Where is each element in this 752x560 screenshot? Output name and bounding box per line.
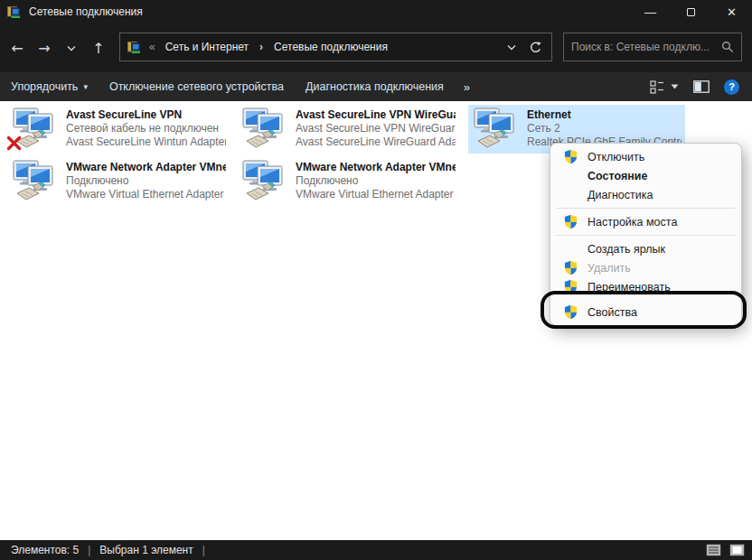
disable-device-label: Отключение сетевого устройства xyxy=(109,80,284,93)
menu-item-label: Состояние xyxy=(588,170,647,182)
connection-name: VMware Network Adapter VMnet1 xyxy=(66,161,226,174)
connection-info: VMware Network Adapter VMnet1 Подключено… xyxy=(66,160,226,203)
details-view-button[interactable] xyxy=(703,542,723,558)
network-adapter-icon xyxy=(11,107,58,150)
connection-name: Avast SecureLine VPN xyxy=(66,108,226,122)
connection-status: Avast SecureLine VPN WireGuard xyxy=(296,122,456,135)
menu-item-label: Свойства xyxy=(588,306,637,319)
close-button[interactable]: ✕ xyxy=(711,0,752,23)
context-menu-item-disable[interactable]: Отключить xyxy=(550,147,741,166)
address-bar-controls xyxy=(507,41,544,54)
view-dropdown-caret-icon xyxy=(671,84,679,89)
connection-name: VMware Network Adapter VMnet8 xyxy=(296,161,456,174)
context-menu-item-properties[interactable]: Свойства xyxy=(550,303,741,322)
connection-device: VMware Virtual Ethernet Adapter ... xyxy=(66,188,226,201)
preview-pane-icon xyxy=(693,80,710,93)
network-adapter-icon xyxy=(240,160,287,202)
connection-name: Avast SecureLine VPN WireGuard xyxy=(296,108,456,122)
status-divider: | xyxy=(202,544,205,556)
network-adapter-icon xyxy=(240,107,287,150)
help-icon: ? xyxy=(724,79,739,95)
refresh-icon[interactable] xyxy=(529,41,542,54)
minimize-button[interactable]: — xyxy=(630,0,671,23)
connection-device: Avast SecureLine Wintun Adapter xyxy=(66,135,226,149)
connection-tile-avast-wireguard[interactable]: Avast SecureLine VPN WireGuard Avast Sec… xyxy=(237,105,459,154)
title-bar: Сетевые подключения — ✕ xyxy=(0,0,752,23)
connection-status: Сетевой кабель не подключен xyxy=(66,122,226,135)
search-input[interactable] xyxy=(571,41,721,53)
menu-item-label: Переименовать xyxy=(588,281,671,294)
uac-shield-icon xyxy=(563,279,578,294)
context-menu-item-diagnose[interactable]: Диагностика xyxy=(550,185,741,204)
nav-buttons: ← → ↑ xyxy=(4,40,112,57)
context-menu-item-delete[interactable]: Удалить xyxy=(550,258,741,277)
organize-label: Упорядочить xyxy=(11,80,78,93)
connection-name: Ethernet xyxy=(527,108,682,122)
network-adapter-icon xyxy=(11,160,58,202)
disable-device-button[interactable]: Отключение сетевого устройства xyxy=(99,72,295,101)
status-divider: | xyxy=(88,544,90,556)
status-bar: Элементов: 5 | Выбран 1 элемент | xyxy=(0,540,752,560)
menu-item-label: Диагностика xyxy=(588,189,653,201)
preview-pane-button[interactable] xyxy=(693,80,710,93)
statusbar-view-buttons xyxy=(703,542,752,558)
search-icon[interactable] xyxy=(721,41,734,53)
diagnose-connection-button[interactable]: Диагностика подключения xyxy=(295,72,455,101)
chevron-down-icon xyxy=(67,45,76,51)
connection-info: Avast SecureLine VPN Сетевой кабель не п… xyxy=(66,107,226,151)
maximize-button[interactable] xyxy=(671,0,711,23)
connection-tile-avast-vpn[interactable]: Avast SecureLine VPN Сетевой кабель не п… xyxy=(7,105,230,154)
menu-item-label: Создать ярлык xyxy=(588,243,665,256)
command-toolbar: Упорядочить ▾ Отключение сетевого устрой… xyxy=(0,72,752,101)
menu-item-label: Настройка моста xyxy=(588,216,677,229)
selection-count: Выбран 1 элемент xyxy=(99,544,193,556)
connection-tile-vmnet8[interactable]: VMware Network Adapter VMnet8 Подключено… xyxy=(237,157,459,206)
connection-device: VMware Virtual Ethernet Adapter ... xyxy=(296,188,456,201)
network-adapter-icon xyxy=(472,107,519,150)
address-bar[interactable]: « Сеть и Интернет › Сетевые подключения xyxy=(119,33,552,61)
address-dropdown-icon[interactable] xyxy=(507,44,516,51)
menu-gap xyxy=(550,296,741,303)
app-icon xyxy=(7,5,22,19)
dropdown-caret-icon: ▾ xyxy=(83,82,88,91)
context-menu-item-status[interactable]: Состояние xyxy=(550,166,741,185)
connection-tile-vmnet1[interactable]: VMware Network Adapter VMnet1 Подключено… xyxy=(7,157,230,206)
connection-status: Подключено xyxy=(66,174,226,188)
disconnected-x-icon xyxy=(7,135,22,151)
large-icons-view-button[interactable] xyxy=(727,542,747,558)
back-button[interactable]: ← xyxy=(4,40,31,57)
breadcrumb-separator[interactable]: › xyxy=(252,41,270,53)
window-title: Сетевые подключения xyxy=(29,5,143,18)
context-menu: Отключить Состояние Диагностика Настройк… xyxy=(550,143,742,326)
diagnose-connection-label: Диагностика подключения xyxy=(306,80,444,93)
items-count: Элементов: 5 xyxy=(11,544,79,556)
connection-info: Avast SecureLine VPN WireGuard Avast Sec… xyxy=(296,107,456,151)
connection-device: Avast SecureLine WireGuard Ada... xyxy=(296,135,456,149)
menu-item-label: Отключить xyxy=(588,151,644,163)
connection-status: Сеть 2 xyxy=(527,122,682,135)
uac-shield-icon xyxy=(563,260,578,275)
context-menu-item-create-shortcut[interactable]: Создать ярлык xyxy=(550,239,741,258)
menu-item-label: Удалить xyxy=(588,262,631,275)
menu-separator xyxy=(550,231,741,239)
search-box xyxy=(563,33,742,61)
help-button[interactable]: ? xyxy=(724,79,739,95)
breadcrumb-overflow[interactable]: « xyxy=(149,41,155,53)
connection-status: Подключено xyxy=(296,174,456,188)
context-menu-item-bridge[interactable]: Настройка моста xyxy=(550,212,741,231)
maximize-icon xyxy=(687,8,695,16)
organize-menu-button[interactable]: Упорядочить ▾ xyxy=(0,72,99,101)
connection-info: VMware Network Adapter VMnet8 Подключено… xyxy=(296,160,456,203)
up-button[interactable]: ↑ xyxy=(85,40,112,57)
breadcrumb-segment-network-connections[interactable]: Сетевые подключения xyxy=(270,39,391,55)
change-view-button[interactable] xyxy=(650,79,679,95)
context-menu-item-rename[interactable]: Переименовать xyxy=(550,277,741,296)
navigation-bar: ← → ↑ « Сеть и Интернет › Сетевые подклю… xyxy=(0,23,752,72)
breadcrumb-segment-network-and-internet[interactable]: Сеть и Интернет xyxy=(162,39,252,55)
window-controls: — ✕ xyxy=(630,0,752,23)
uac-shield-icon xyxy=(563,214,578,229)
recent-locations-chevron[interactable] xyxy=(58,45,85,51)
forward-button[interactable]: → xyxy=(31,40,58,57)
more-commands-button[interactable]: » xyxy=(455,72,479,101)
toolbar-right-controls: ? xyxy=(650,79,752,95)
